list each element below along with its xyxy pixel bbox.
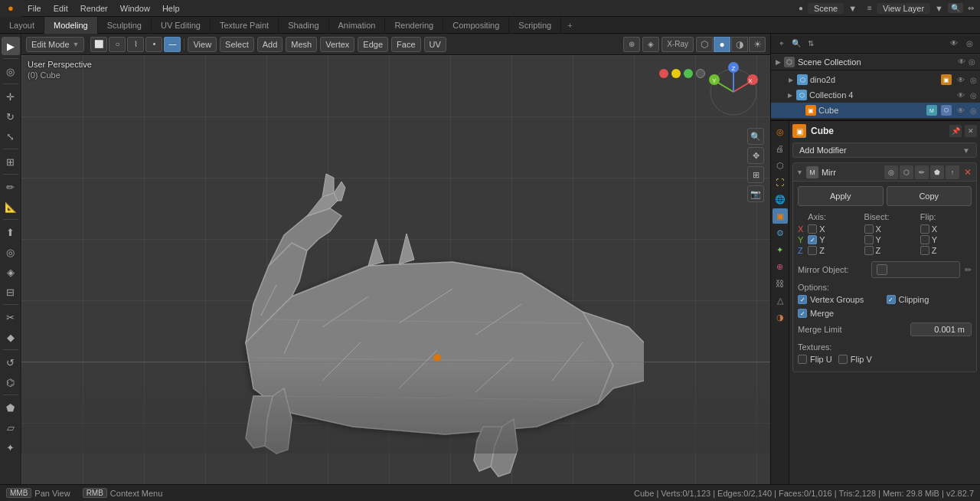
bisect-y-checkbox[interactable] (864, 235, 874, 244)
prop-close-icon[interactable]: ✕ (965, 125, 977, 137)
axis-x-cell[interactable]: X (808, 224, 859, 234)
tab-sculpting[interactable]: Sculpting (98, 17, 152, 34)
tab-texture-paint[interactable]: Texture Paint (211, 17, 279, 34)
bisect-z-checkbox[interactable] (864, 246, 874, 255)
flip-v-option[interactable]: Flip V (838, 355, 872, 364)
camera-icon[interactable]: 📷 (747, 185, 764, 202)
prop-viewlayer-icon[interactable]: ⬡ (773, 158, 788, 173)
select-menu[interactable]: Select (220, 37, 254, 52)
prop-particles-icon[interactable]: ✦ (773, 242, 788, 257)
tree-item-cube[interactable]: ▣ Cube M ⬡ 👁 ◎ (771, 103, 980, 118)
axis-z-checkbox[interactable] (808, 246, 817, 255)
outliner-filter-icon[interactable]: ⌖ (776, 38, 788, 50)
flip-u-option[interactable]: Flip U (798, 355, 832, 364)
collection4-visibility[interactable]: 👁 (957, 91, 965, 100)
mod-up-btn[interactable]: ↑ (946, 165, 959, 179)
rip-icon[interactable]: ✦ (2, 438, 20, 457)
menu-file[interactable]: File (21, 0, 47, 17)
extrude-icon[interactable]: ⬆ (2, 223, 20, 241)
flip-z-cell[interactable]: Z (920, 246, 972, 255)
add-menu[interactable]: Add (257, 37, 283, 52)
cube-render[interactable]: ◎ (970, 106, 977, 115)
flip-v-checkbox[interactable] (838, 355, 848, 364)
menu-window[interactable]: Window (114, 0, 156, 17)
flip-u-checkbox[interactable] (798, 355, 807, 364)
bevel-icon[interactable]: ◈ (2, 263, 20, 281)
smooth-icon[interactable]: ⌬ (2, 373, 20, 391)
collection4-render[interactable]: ◎ (970, 91, 977, 100)
bisect-x-cell[interactable]: X (864, 224, 916, 234)
vertex-mode-icon[interactable]: • (145, 37, 162, 52)
dino2d-arrow[interactable]: ▶ (787, 76, 795, 84)
axis-y-cell[interactable]: ✓ Y (808, 235, 859, 244)
tab-uv-editing[interactable]: UV Editing (152, 17, 211, 34)
viewport-overlay-toggle[interactable]: ◈ (642, 37, 659, 52)
cursor-tool-icon[interactable]: ◎ (2, 62, 20, 80)
prop-world-icon[interactable]: 🌐 (773, 192, 788, 207)
prop-output-icon[interactable]: 🖨 (773, 141, 788, 156)
menu-edit[interactable]: Edit (47, 0, 74, 17)
apply-button[interactable]: Apply (798, 186, 884, 206)
flip-z-checkbox[interactable] (920, 246, 929, 255)
tab-modeling[interactable]: Modeling (44, 17, 98, 34)
mirror-object-value[interactable] (871, 261, 960, 278)
spin-icon[interactable]: ↺ (2, 353, 20, 372)
measure-icon[interactable]: 📐 (2, 198, 20, 216)
prop-materials-icon[interactable]: ◑ (773, 309, 788, 325)
rotate-tool-icon[interactable]: ↻ (2, 107, 20, 126)
add-workspace-tab[interactable]: + (561, 21, 578, 30)
prop-constraints-icon[interactable]: ⛓ (773, 276, 788, 291)
edge-mode-icon[interactable]: — (164, 37, 181, 52)
select-tool-icon[interactable]: ▶ (2, 37, 20, 55)
vertex-menu[interactable]: Vertex (320, 37, 354, 52)
prop-modifiers-icon[interactable]: ⚙ (773, 225, 788, 241)
transform-tool-icon[interactable]: ⊞ (2, 152, 20, 171)
shrink-icon[interactable]: ⬟ (2, 398, 20, 417)
material-shading-icon[interactable]: ◑ (731, 37, 748, 52)
bisect-x-checkbox[interactable] (864, 224, 874, 234)
lasso-select-icon[interactable]: ⌇ (127, 37, 144, 52)
uv-menu[interactable]: UV (424, 37, 446, 52)
tab-compositing[interactable]: Compositing (443, 17, 509, 34)
flip-y-cell[interactable]: Y (920, 235, 972, 244)
prop-object-icon[interactable]: ▣ (773, 208, 788, 224)
mod-render-btn[interactable]: ◎ (884, 165, 898, 179)
add-modifier-btn[interactable]: Add Modifier ▼ (792, 142, 977, 158)
axis-y-checkbox[interactable]: ✓ (808, 235, 817, 244)
scene-collection-arrow[interactable]: ▶ (776, 58, 781, 66)
inset-icon[interactable]: ◎ (2, 243, 20, 261)
outliner-render-icon[interactable]: ◎ (963, 38, 975, 50)
xray-toggle[interactable]: X-Ray (662, 37, 694, 52)
circle-select-icon[interactable]: ○ (109, 37, 126, 52)
axis-x-checkbox[interactable] (808, 224, 817, 234)
merge-checkbox[interactable]: ✓ (798, 309, 807, 318)
tree-item-dino2d[interactable]: ▶ ⬡ dino2d ▣ 👁 ◎ (771, 72, 980, 87)
viewport-3d[interactable]: User Perspective (0) Cube (21, 55, 770, 484)
prop-physics-icon[interactable]: ⊕ (773, 259, 788, 274)
loop-cut-icon[interactable]: ⊟ (2, 283, 20, 301)
dino2d-render[interactable]: ◎ (970, 76, 977, 84)
mod-edit-btn[interactable]: ✏ (915, 165, 929, 179)
solid-shading-icon[interactable]: ● (714, 37, 730, 52)
bisect-z-cell[interactable]: Z (864, 246, 916, 255)
merge-option[interactable]: ✓ Merge (798, 309, 972, 318)
mode-selector[interactable]: Edit Mode ▼ (26, 37, 84, 52)
tree-item-collection4[interactable]: ▶ ⬡ Collection 4 👁 ◎ (771, 87, 980, 103)
polypen-icon[interactable]: ◆ (2, 328, 20, 346)
move-tool-icon[interactable]: ✛ (2, 87, 20, 106)
prop-pin-icon[interactable]: 📌 (949, 125, 962, 137)
scale-tool-icon[interactable]: ⤡ (2, 127, 20, 146)
prop-render-icon[interactable]: ◎ (773, 124, 788, 139)
pan-icon[interactable]: ✥ (747, 147, 764, 164)
edge-menu[interactable]: Edge (358, 37, 388, 52)
menu-help[interactable]: Help (156, 0, 186, 17)
rendered-shading-icon[interactable]: ☀ (749, 37, 766, 52)
collection4-arrow[interactable]: ▶ (786, 91, 794, 99)
box-select-icon[interactable]: ⬜ (90, 37, 107, 52)
prop-objdata-icon[interactable]: △ (773, 293, 788, 308)
flip-x-cell[interactable]: X (920, 224, 972, 234)
vertex-groups-checkbox[interactable]: ✓ (798, 295, 807, 304)
axis-z-cell[interactable]: Z (808, 246, 859, 255)
copy-button[interactable]: Copy (887, 186, 972, 206)
outliner-search-icon[interactable]: 🔍 (790, 38, 802, 50)
